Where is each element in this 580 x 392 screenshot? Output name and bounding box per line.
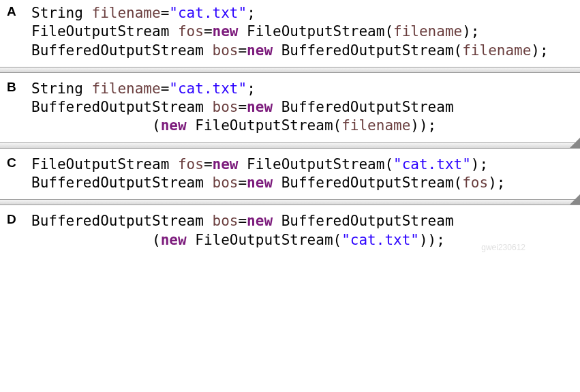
option-B: B String filename="cat.txt"; BufferedOut… — [0, 76, 580, 140]
option-label-B: B — [7, 80, 16, 95]
code-text: FileOutputStream — [31, 23, 178, 40]
option-A: A String filename="cat.txt"; FileOutputS… — [0, 0, 580, 64]
code-var: bos — [213, 213, 239, 229]
code-text: FileOutputStream( — [187, 232, 342, 248]
separator — [0, 199, 580, 205]
code-text: ( — [31, 117, 161, 134]
code-string: "cat.txt" — [393, 156, 471, 172]
code-text: String — [31, 80, 92, 97]
code-text: ); — [488, 175, 505, 191]
code-var: filename — [393, 23, 462, 40]
code-text: BufferedOutputStream — [273, 213, 454, 229]
code-text: BufferedOutputStream — [31, 175, 213, 191]
code-var: bos — [213, 175, 239, 191]
code-text: = — [204, 156, 213, 172]
code-text: FileOutputStream( — [187, 117, 342, 134]
code-text: = — [204, 23, 213, 40]
code-keyword: new — [247, 175, 273, 191]
code-string: "cat.txt" — [169, 5, 247, 21]
code-text: FileOutputStream — [31, 156, 178, 172]
code-keyword: new — [247, 42, 273, 59]
option-label-D: D — [7, 212, 16, 227]
code-text: ; — [247, 5, 256, 21]
option-label-C: C — [7, 155, 16, 170]
code-text: FileOutputStream( — [238, 23, 393, 40]
option-label-A: A — [7, 4, 16, 19]
code-keyword: new — [161, 117, 187, 134]
code-keyword: new — [247, 99, 273, 115]
code-text: BufferedOutputStream( — [273, 42, 462, 59]
code-text: = — [238, 99, 247, 115]
code-text: BufferedOutputStream — [31, 213, 213, 229]
code-text: ); — [462, 23, 479, 40]
code-text: = — [238, 213, 247, 229]
code-var: filename — [341, 117, 410, 134]
code-var: filename — [462, 42, 531, 59]
code-block-C: FileOutputStream fos=new FileOutputStrea… — [31, 155, 580, 193]
code-var: filename — [92, 5, 161, 21]
code-text: ); — [471, 156, 488, 172]
code-block-A: String filename="cat.txt"; FileOutputStr… — [31, 4, 580, 60]
code-text: FileOutputStream( — [238, 156, 393, 172]
code-text: )); — [410, 117, 436, 134]
code-keyword: new — [247, 213, 273, 229]
option-C: C FileOutputStream fos=new FileOutputStr… — [0, 151, 580, 197]
code-text: BufferedOutputStream( — [273, 175, 462, 191]
watermark-text: gwei230612 — [481, 243, 525, 252]
code-var: bos — [213, 99, 239, 115]
code-keyword: new — [161, 232, 187, 248]
code-var: fos — [178, 23, 204, 40]
code-text: = — [238, 42, 247, 59]
code-text: = — [238, 175, 247, 191]
code-block-B: String filename="cat.txt"; BufferedOutpu… — [31, 80, 580, 136]
code-text: BufferedOutputStream — [31, 99, 213, 115]
code-text: ); — [531, 42, 548, 59]
code-text: BufferedOutputStream — [31, 42, 213, 59]
code-text: = — [161, 80, 170, 97]
code-text: )); — [419, 232, 445, 248]
code-text: ; — [247, 80, 256, 97]
code-string: "cat.txt" — [341, 232, 419, 248]
code-var: fos — [462, 175, 488, 191]
separator — [0, 67, 580, 73]
code-text: ( — [31, 232, 161, 248]
code-keyword: new — [213, 156, 239, 172]
code-var: fos — [178, 156, 204, 172]
code-string: "cat.txt" — [169, 80, 247, 97]
code-text: BufferedOutputStream — [273, 99, 454, 115]
separator — [0, 142, 580, 149]
code-text: = — [161, 5, 170, 21]
code-var: filename — [92, 80, 161, 97]
option-D: D BufferedOutputStream bos=new BufferedO… — [0, 208, 580, 254]
code-keyword: new — [213, 23, 239, 40]
code-var: bos — [213, 42, 239, 59]
code-text: String — [31, 5, 92, 21]
